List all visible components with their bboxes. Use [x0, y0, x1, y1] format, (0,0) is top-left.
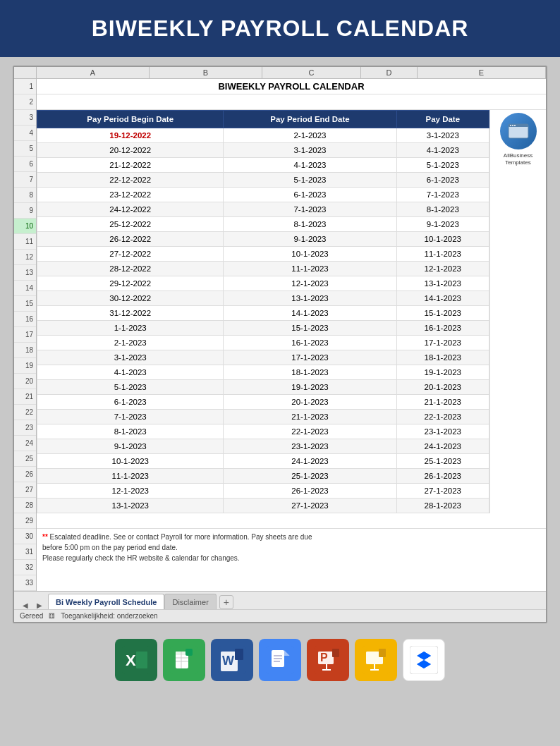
- col-begin-header: Pay Period Begin Date: [37, 111, 224, 128]
- begin-date-cell: 13-1-2023: [37, 499, 224, 513]
- footer-notes: ** Escalated deadline. See or contact Pa…: [37, 529, 546, 566]
- table-row: 10-1-202324-1-202325-1-2023: [37, 454, 489, 469]
- svg-rect-19: [235, 649, 243, 660]
- begin-date-cell: 22-12-2022: [37, 173, 224, 188]
- svg-rect-31: [332, 649, 339, 657]
- end-date-cell: 26-1-2023: [224, 484, 396, 499]
- slides-icon[interactable]: [355, 639, 397, 681]
- pay-date-cell: 13-1-2023: [396, 276, 489, 291]
- tab-disclaimer[interactable]: Disclaimer: [164, 594, 216, 609]
- begin-date-cell: 31-12-2022: [37, 306, 224, 321]
- begin-date-cell: 23-12-2022: [37, 188, 224, 202]
- row-25: 25: [14, 451, 36, 467]
- row-21: 21: [14, 389, 36, 405]
- table-row: 3-1-202317-1-202318-1-2023: [37, 350, 489, 365]
- table-row: 13-1-202327-1-202328-1-2023: [37, 499, 489, 513]
- row-6: 6: [14, 157, 36, 172]
- row-3: 3: [14, 110, 36, 126]
- end-date-cell: 16-1-2023: [224, 336, 396, 350]
- pay-date-cell: 26-1-2023: [396, 469, 489, 484]
- begin-date-cell: 27-12-2022: [37, 247, 224, 262]
- begin-date-cell: 1-1-2023: [37, 321, 224, 336]
- table-row: 1-1-202315-1-202316-1-2023: [37, 321, 489, 336]
- svg-point-4: [514, 125, 516, 126]
- end-date-cell: 11-1-2023: [224, 262, 396, 276]
- row-15: 15: [14, 296, 36, 312]
- col-b-label: B: [150, 67, 262, 78]
- tab-biweekly[interactable]: Bi Weekly Payroll Schedule: [48, 594, 164, 609]
- pay-date-cell: 6-1-2023: [396, 173, 489, 188]
- docs-icon[interactable]: [259, 639, 301, 681]
- logo-column: AllBusiness Templates: [489, 110, 546, 513]
- status-text: Gereed: [20, 612, 43, 620]
- row-7: 7: [14, 172, 36, 188]
- sheets-icon[interactable]: [163, 639, 205, 681]
- tab-next-btn[interactable]: ▶: [34, 601, 45, 609]
- begin-date-cell: 8-1-2023: [37, 424, 224, 439]
- end-date-cell: 21-1-2023: [224, 410, 396, 424]
- pay-date-cell: 14-1-2023: [396, 291, 489, 306]
- svg-rect-37: [379, 649, 386, 657]
- pay-date-cell: 11-1-2023: [396, 247, 489, 262]
- footer-note-3: Please regularly check the HR website & …: [42, 553, 540, 563]
- begin-date-cell: 26-12-2022: [37, 232, 224, 247]
- begin-date-cell: 25-12-2022: [37, 217, 224, 232]
- table-header-row: Pay Period Begin Date Pay Period End Dat…: [37, 111, 489, 128]
- pay-date-cell: 19-1-2023: [396, 365, 489, 380]
- table-row: 9-1-202323-1-202324-1-2023: [37, 439, 489, 454]
- svg-text:P: P: [320, 652, 328, 664]
- end-date-cell: 13-1-2023: [224, 291, 396, 306]
- pay-date-cell: 28-1-2023: [396, 499, 489, 513]
- row-13: 13: [14, 265, 36, 281]
- pay-date-cell: 16-1-2023: [396, 321, 489, 336]
- end-date-cell: 10-1-2023: [224, 247, 396, 262]
- end-date-cell: 19-1-2023: [224, 380, 396, 395]
- dropbox-icon[interactable]: [403, 639, 445, 681]
- table-row: 19-12-20222-1-20233-1-2023: [37, 128, 489, 143]
- end-date-cell: 27-1-2023: [224, 499, 396, 513]
- row-33: 33: [14, 575, 36, 591]
- row-24: 24: [14, 436, 36, 451]
- pay-date-cell: 10-1-2023: [396, 232, 489, 247]
- pay-date-cell: 21-1-2023: [396, 395, 489, 410]
- word-icon[interactable]: W: [211, 639, 253, 681]
- row-12: 12: [14, 250, 36, 265]
- table-row: 7-1-202321-1-202322-1-2023: [37, 410, 489, 424]
- begin-date-cell: 3-1-2023: [37, 350, 224, 365]
- logo-text: AllBusiness Templates: [504, 152, 532, 167]
- end-date-cell: 18-1-2023: [224, 365, 396, 380]
- begin-date-cell: 10-1-2023: [37, 454, 224, 469]
- svg-rect-14: [185, 649, 193, 656]
- col-c-label: C: [262, 67, 361, 78]
- tab-prev-btn[interactable]: ◀: [20, 601, 31, 609]
- pay-date-cell: 18-1-2023: [396, 350, 489, 365]
- table-row: 8-1-202322-1-202323-1-2023: [37, 424, 489, 439]
- end-date-cell: 2-1-2023: [224, 128, 396, 143]
- begin-date-cell: 21-12-2022: [37, 158, 224, 173]
- table-and-logo: Pay Period Begin Date Pay Period End Dat…: [37, 110, 546, 513]
- pay-date-cell: 22-1-2023: [396, 410, 489, 424]
- spreadsheet-body: 1 2 3 4 5 6 7 8 9 10 11 12 13 14 15 16 1…: [14, 79, 546, 591]
- pay-date-cell: 4-1-2023: [396, 143, 489, 158]
- begin-date-cell: 6-1-2023: [37, 395, 224, 410]
- tab-add-btn[interactable]: +: [219, 595, 233, 609]
- row-4: 4: [14, 126, 36, 141]
- row-28: 28: [14, 498, 36, 513]
- end-date-cell: 9-1-2023: [224, 232, 396, 247]
- table-row: 29-12-202212-1-202313-1-2023: [37, 276, 489, 291]
- begin-date-cell: 4-1-2023: [37, 365, 224, 380]
- table-row: 20-12-20223-1-20234-1-2023: [37, 143, 489, 158]
- col-e-label: E: [418, 67, 546, 78]
- row-27: 27: [14, 482, 36, 498]
- table-row: 30-12-202213-1-202314-1-2023: [37, 291, 489, 306]
- svg-point-2: [510, 125, 511, 126]
- end-date-cell: 7-1-2023: [224, 202, 396, 217]
- begin-date-cell: 29-12-2022: [37, 276, 224, 291]
- table-row: 21-12-20224-1-20235-1-2023: [37, 158, 489, 173]
- row-16: 16: [14, 312, 36, 327]
- table-row: 5-1-202319-1-202320-1-2023: [37, 380, 489, 395]
- table-row: 6-1-202320-1-202321-1-2023: [37, 395, 489, 410]
- ppt-icon[interactable]: P: [307, 639, 349, 681]
- excel-icon[interactable]: X: [115, 639, 157, 681]
- pay-date-cell: 23-1-2023: [396, 424, 489, 439]
